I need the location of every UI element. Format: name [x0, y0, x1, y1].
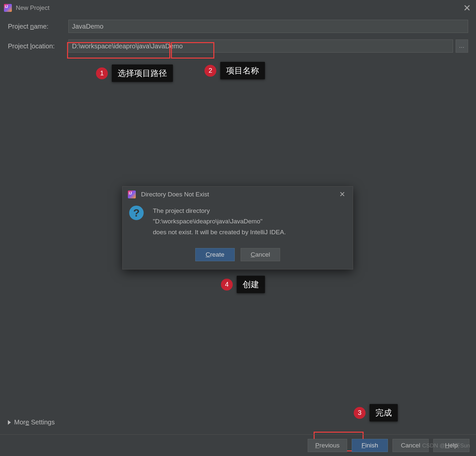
callout-text-1: 选择项目路径 [118, 68, 167, 79]
project-location-label: Project location: [8, 42, 68, 50]
previous-button[interactable]: Previous [308, 439, 347, 452]
project-location-row: Project location: ... [8, 39, 468, 53]
chevron-right-icon [8, 420, 11, 425]
dialog-cancel-button[interactable]: Cancel [241, 248, 280, 261]
dialog-buttons: Create Cancel [123, 245, 353, 269]
callout-4: 4 创建 [237, 276, 265, 293]
project-location-input[interactable] [68, 39, 453, 53]
more-settings-toggle[interactable]: More Settings [8, 418, 55, 426]
title-bar: New Project ✕ [0, 0, 476, 16]
new-project-window: New Project ✕ Project name: Project loca… [0, 0, 476, 456]
window-title: New Project [16, 4, 460, 12]
callout-badge-4: 4 [221, 279, 233, 291]
question-icon [129, 206, 144, 220]
callout-badge-3: 3 [354, 407, 366, 419]
project-name-input[interactable] [68, 20, 468, 33]
callout-3: 3 完成 [369, 404, 398, 421]
footer-bar: Previous Finish Cancel Help [0, 434, 476, 456]
callout-badge-1: 1 [96, 67, 108, 79]
close-icon[interactable]: ✕ [460, 3, 473, 13]
callout-text-3: 完成 [375, 407, 392, 418]
form-area: Project name: Project location: ... [0, 16, 476, 63]
close-icon[interactable]: ✕ [336, 190, 349, 199]
dialog-title: Directory Does Not Exist [141, 191, 336, 198]
directory-not-exist-dialog: Directory Does Not Exist ✕ The project d… [122, 186, 353, 269]
browse-button[interactable]: ... [456, 39, 468, 53]
watermark-text: CSDN @一P哥Sun [422, 442, 470, 449]
dialog-message: The project directory "D:\workspace\idea… [153, 206, 286, 238]
intellij-icon [128, 190, 136, 198]
callout-2: 2 项目名称 [220, 62, 265, 79]
create-button[interactable]: Create [195, 248, 235, 261]
callout-text-4: 创建 [243, 279, 259, 290]
callout-1: 1 选择项目路径 [112, 64, 173, 82]
project-name-row: Project name: [8, 20, 468, 33]
finish-button[interactable]: Finish [352, 439, 388, 452]
project-name-label: Project name: [8, 23, 68, 30]
callout-text-2: 项目名称 [226, 65, 259, 76]
callout-badge-2: 2 [204, 65, 216, 77]
dialog-title-bar: Directory Does Not Exist ✕ [123, 187, 353, 202]
dialog-body: The project directory "D:\workspace\idea… [123, 202, 353, 245]
intellij-icon [4, 4, 12, 12]
